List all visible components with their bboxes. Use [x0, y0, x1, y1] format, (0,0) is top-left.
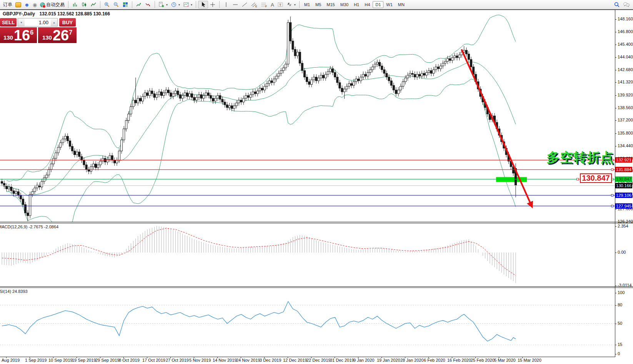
timeframe-m30[interactable]: M30	[338, 1, 351, 8]
signals-button[interactable]: ◉	[31, 1, 38, 8]
orders-button[interactable]: 订单	[2, 1, 14, 8]
search-button[interactable]	[612, 1, 621, 8]
cursor-tool-button[interactable]	[198, 1, 208, 8]
price-tag-label[interactable]: 130.847	[580, 173, 612, 183]
candle	[118, 151, 120, 160]
candle	[168, 90, 170, 93]
timeframe-mn[interactable]: MN	[395, 1, 407, 8]
period-clock-button[interactable]: ▾	[169, 1, 182, 8]
timeframe-h1[interactable]: H1	[351, 1, 362, 8]
candle	[430, 71, 432, 73]
candle	[456, 56, 458, 58]
candle	[268, 81, 270, 83]
timeframe-m5[interactable]: M5	[313, 1, 324, 8]
timeframe-d1[interactable]: D1	[373, 1, 383, 8]
accounts-button[interactable]: ☻	[23, 1, 31, 8]
price-level-label: 131.884	[615, 167, 632, 172]
templates-button[interactable]: ▾	[182, 1, 194, 8]
candle	[121, 140, 123, 151]
candlestick-chart-button[interactable]	[80, 1, 89, 8]
candle	[468, 54, 470, 59]
chat-button[interactable]	[621, 1, 631, 8]
vertical-line-tool-button[interactable]	[222, 1, 231, 8]
object-anchor[interactable]	[611, 205, 613, 207]
toolbar-divider	[0, 9, 633, 10]
price-level-label: 130.166	[615, 183, 632, 188]
object-anchor[interactable]	[611, 169, 613, 171]
buy-button[interactable]: BUY	[59, 18, 76, 27]
text-label-tool-button[interactable]: T	[276, 1, 285, 8]
bar-chart-button[interactable]	[70, 1, 80, 8]
candle	[395, 90, 397, 94]
candle	[50, 164, 52, 169]
candle	[48, 170, 50, 175]
tile-windows-button[interactable]	[121, 1, 130, 8]
volume-input[interactable]: 1.00	[25, 18, 51, 26]
candle	[343, 89, 345, 92]
toolbar-separator	[196, 1, 196, 8]
timeframe-m1[interactable]: M1	[302, 1, 313, 8]
new-order-button[interactable]: ▾	[157, 1, 169, 8]
candle	[423, 73, 425, 75]
candle	[182, 96, 183, 98]
pane-separator[interactable]	[0, 286, 633, 288]
candle	[325, 74, 326, 78]
macd-pane-canvas[interactable]	[0, 223, 615, 286]
candle	[320, 75, 322, 78]
candle	[250, 95, 252, 97]
date-label: 6 Feb 2020	[424, 358, 445, 362]
line-chart-button[interactable]	[89, 1, 98, 8]
history-button[interactable]	[14, 1, 23, 8]
cursor-icon	[200, 2, 206, 8]
candle	[301, 63, 303, 70]
axis-tick-mark	[615, 82, 616, 83]
axis-tick-mark	[615, 19, 616, 20]
zoom-in-button[interactable]	[102, 1, 112, 8]
fibonacci-tool-button[interactable]: F	[259, 1, 269, 8]
crosshair-tool-button[interactable]	[208, 1, 217, 8]
candle	[20, 195, 22, 199]
axis-tick-mark	[615, 108, 616, 108]
text-tool-button[interactable]: A	[269, 1, 276, 8]
sell-button[interactable]: SELL	[0, 18, 17, 27]
channel-tool-button[interactable]: E	[249, 1, 259, 8]
rsi-pane-canvas[interactable]	[0, 288, 615, 357]
candle	[102, 158, 104, 161]
pane-separator[interactable]	[0, 222, 633, 223]
volume-up-button[interactable]: ▲	[51, 18, 57, 26]
fibonacci-icon: F	[261, 2, 268, 8]
timeframe-h4[interactable]: H4	[362, 1, 373, 8]
axis-tick-mark	[615, 305, 616, 306]
chart-annotation-text[interactable]: 多空转折点	[546, 149, 614, 166]
candle	[200, 95, 202, 98]
candle	[465, 50, 467, 54]
horizontal-line-tool-button[interactable]	[231, 1, 240, 8]
buy-price-quote[interactable]: 130267	[38, 27, 77, 43]
sell-price-quote[interactable]: 130166	[0, 27, 37, 43]
trend-arrow[interactable]	[461, 49, 532, 206]
volume-down-button[interactable]: ▼	[18, 18, 25, 26]
axis-tick-mark	[615, 253, 616, 253]
autotrade-button[interactable]: 自动交易	[38, 1, 66, 8]
main-chart-canvas[interactable]	[0, 10, 615, 222]
candle	[418, 74, 420, 76]
timeframe-m15[interactable]: M15	[324, 1, 337, 8]
zoom-out-button[interactable]	[112, 1, 121, 8]
object-anchor[interactable]	[611, 194, 613, 196]
date-label: 8 Oct 2019	[119, 358, 140, 362]
object-anchor[interactable]	[577, 178, 579, 180]
buy-price-sup: 7	[69, 29, 72, 36]
time-axis[interactable]: Aug 20191 Sep 201910 Sep 201919 Sep 2019…	[0, 358, 633, 364]
axis-tick-mark	[615, 345, 616, 345]
candle	[303, 71, 305, 77]
price-level-label: 129.106	[615, 193, 632, 198]
arrows-tool-button[interactable]: ▾	[285, 1, 297, 8]
support-highlight-rect[interactable]	[496, 177, 527, 182]
indicator-up-button[interactable]	[134, 1, 143, 8]
candle	[444, 61, 446, 63]
date-label: 10 Sep 2019	[48, 358, 72, 362]
trendline-tool-button[interactable]	[240, 1, 249, 8]
indicator-down-button[interactable]	[143, 1, 153, 8]
timeframe-w1[interactable]: W1	[383, 1, 395, 8]
axis-tick-mark	[615, 32, 616, 32]
